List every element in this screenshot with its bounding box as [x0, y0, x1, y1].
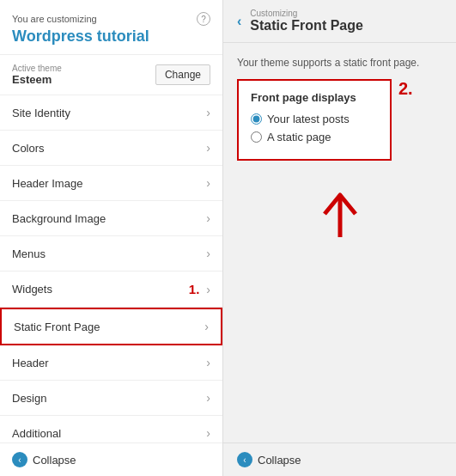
nav-item-label: Background Image [12, 212, 106, 225]
customizing-row: You are customizing ? [12, 12, 210, 26]
nav-item-design[interactable]: Design › [0, 381, 222, 416]
right-header: ‹ Customizing Static Front Page [223, 0, 456, 43]
active-theme-label: Active theme [12, 64, 62, 73]
left-collapse-bar[interactable]: ‹ Collapse [0, 442, 222, 476]
chevron-icon: › [206, 426, 210, 440]
collapse-label: Collapse [33, 454, 76, 467]
nav-item-label: Header Image [12, 177, 82, 190]
nav-item-colors[interactable]: Colors › [0, 131, 222, 166]
front-page-box-title: Front page displays [251, 91, 378, 104]
annotation-1: 1. [189, 282, 200, 296]
page-title: Static Front Page [250, 18, 363, 34]
breadcrumb: Customizing [250, 9, 363, 18]
right-collapse-label: Collapse [258, 454, 301, 467]
chevron-icon: › [206, 141, 210, 155]
nav-item-additional[interactable]: Additional › [0, 416, 222, 442]
change-button[interactable]: Change [155, 64, 210, 85]
collapse-arrow-right-icon: ‹ [237, 452, 252, 467]
chevron-icon: › [206, 176, 210, 190]
chevron-icon: › [204, 320, 209, 333]
left-header: You are customizing ? Wordpress tutorial [0, 0, 222, 55]
annotation-2: 2. [398, 79, 413, 99]
nav-item-label: Menus [12, 247, 46, 260]
chevron-icon: › [206, 211, 210, 225]
chevron-icon: › [206, 391, 210, 405]
nav-list: Site Identity › Colors › Header Image › … [0, 95, 222, 442]
nav-item-label: Additional [12, 427, 61, 440]
support-text: Your theme supports a static front page. [237, 57, 442, 69]
theme-name: Esteem [12, 73, 62, 86]
right-panel: ‹ Customizing Static Front Page Your the… [223, 0, 456, 476]
nav-item-menus[interactable]: Menus › [0, 236, 222, 272]
radio-static-page[interactable] [251, 131, 262, 143]
left-panel: You are customizing ? Wordpress tutorial… [0, 0, 223, 476]
nav-item-label: Colors [12, 142, 45, 155]
nav-item-widgets[interactable]: Widgets 1. › [0, 272, 222, 308]
up-arrow-icon [314, 181, 366, 241]
nav-item-background-image[interactable]: Background Image › [0, 201, 222, 236]
radio-option-static-page[interactable]: A static page [251, 131, 378, 143]
right-header-text: Customizing Static Front Page [250, 9, 363, 34]
radio-latest-posts-label: Your latest posts [267, 113, 350, 125]
theme-info: Active theme Esteem [12, 64, 62, 86]
arrow-area [237, 181, 442, 241]
collapse-arrow-left-icon: ‹ [12, 452, 27, 467]
chevron-icon: › [206, 247, 210, 260]
nav-item-static-front-page[interactable]: Static Front Page › [0, 308, 222, 345]
nav-item-label: Design [12, 392, 46, 405]
active-theme-section: Active theme Esteem Change [0, 55, 222, 95]
chevron-icon: › [206, 283, 210, 296]
nav-item-site-identity[interactable]: Site Identity › [0, 95, 222, 131]
back-arrow-icon[interactable]: ‹ [237, 14, 241, 29]
nav-item-label: Site Identity [12, 107, 70, 119]
radio-option-latest-posts[interactable]: Your latest posts [251, 113, 378, 125]
nav-item-label: Header [12, 357, 49, 369]
nav-item-header-image[interactable]: Header Image › [0, 166, 222, 201]
site-title: Wordpress tutorial [12, 27, 210, 46]
chevron-icon: › [206, 106, 210, 119]
chevron-icon: › [206, 356, 210, 369]
radio-latest-posts[interactable] [251, 113, 262, 125]
front-page-box: Front page displays Your latest posts A … [237, 79, 392, 161]
radio-static-page-label: A static page [267, 131, 331, 143]
help-icon[interactable]: ? [197, 12, 210, 26]
customizing-label: You are customizing [12, 14, 97, 24]
nav-item-label: Static Front Page [14, 320, 100, 333]
right-content: Your theme supports a static front page.… [223, 43, 456, 442]
right-collapse-bar[interactable]: ‹ Collapse [223, 442, 456, 476]
nav-item-label: Widgets [12, 283, 52, 296]
nav-item-header[interactable]: Header › [0, 345, 222, 381]
